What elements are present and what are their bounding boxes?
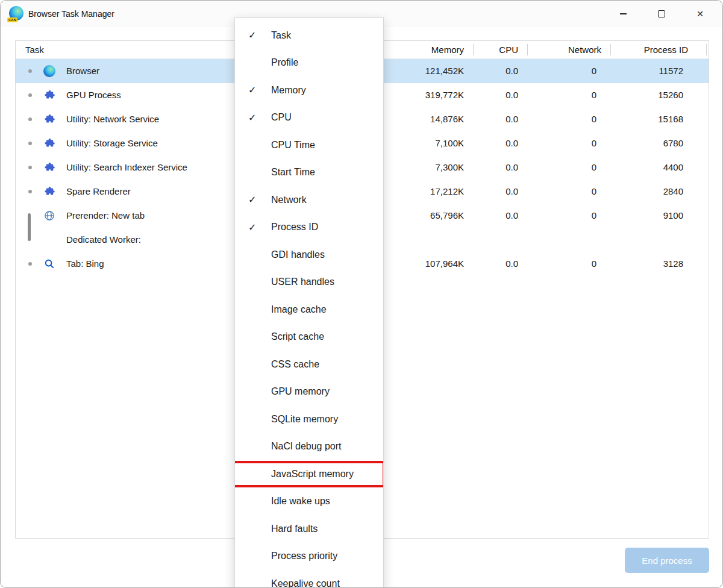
memory-value: 319,772K: [377, 83, 464, 107]
cpu-value: 0.0: [480, 59, 518, 83]
memory-value: 7,300K: [377, 155, 464, 180]
task-name: Utility: Storage Service: [66, 131, 158, 155]
process-id-value: 2840: [606, 180, 683, 204]
network-value: 0: [540, 107, 596, 131]
task-name: Dedicated Worker:: [66, 228, 141, 252]
menu-item-hard-faults[interactable]: Hard faults: [235, 515, 383, 543]
menu-item-task[interactable]: ✓Task: [235, 22, 383, 49]
menu-item-label: Image cache: [271, 304, 327, 315]
process-status-dot: [28, 166, 32, 169]
menu-item-idle-wake-ups[interactable]: Idle wake ups: [235, 488, 383, 516]
cpu-value: 0.0: [480, 155, 518, 180]
maximize-icon: [658, 10, 665, 17]
menu-item-label: Keepalive count: [271, 578, 340, 588]
process-id-value: 11572: [606, 59, 683, 83]
network-value: 0: [540, 204, 596, 228]
network-value: 0: [540, 59, 596, 83]
close-icon: ✕: [696, 10, 704, 18]
cpu-value: 0.0: [480, 107, 518, 131]
column-header-network[interactable]: Network: [541, 41, 601, 58]
puzzle-icon: [43, 137, 55, 149]
column-divider: [527, 44, 528, 55]
menu-item-start-time[interactable]: Start Time: [235, 159, 383, 187]
process-status-dot: [28, 142, 32, 145]
menu-item-label: GPU memory: [271, 386, 330, 397]
task-name: GPU Process: [66, 83, 121, 107]
menu-item-label: Profile: [271, 57, 298, 68]
menu-item-css-cache[interactable]: CSS cache: [235, 351, 383, 378]
column-header-task[interactable]: Task: [25, 41, 44, 58]
canary-badge: CAN: [7, 17, 17, 22]
column-divider: [610, 44, 611, 55]
menu-item-label: USER handles: [271, 277, 334, 287]
globe-icon: [43, 210, 55, 222]
puzzle-icon: [43, 186, 55, 198]
task-name: Prerender: New tab: [66, 204, 145, 228]
process-status-dot: [28, 190, 32, 193]
column-header-memory[interactable]: Memory: [387, 41, 464, 58]
check-icon: ✓: [235, 30, 269, 41]
process-status-dot: [28, 117, 32, 121]
column-divider: [706, 44, 707, 55]
menu-item-label: Script cache: [271, 331, 324, 342]
menu-item-sqlite-memory[interactable]: SQLite memory: [235, 405, 383, 433]
memory-value: 17,212K: [377, 180, 464, 204]
network-value: 0: [540, 155, 596, 180]
cpu-value: 0.0: [480, 180, 518, 204]
menu-item-script-cache[interactable]: Script cache: [235, 324, 383, 351]
memory-value: 14,876K: [377, 107, 464, 131]
menu-item-user-handles[interactable]: USER handles: [235, 269, 383, 296]
menu-item-label: Start Time: [271, 167, 315, 178]
process-id-value: 3128: [606, 252, 683, 276]
column-header-process-id[interactable]: Process ID: [610, 41, 688, 58]
puzzle-icon: [43, 161, 55, 174]
check-icon: ✓: [235, 194, 269, 205]
menu-item-network[interactable]: ✓Network: [235, 186, 383, 214]
menu-item-label: CPU Time: [271, 140, 315, 151]
menu-item-label: Network: [271, 195, 307, 205]
cpu-value: 0.0: [480, 131, 518, 155]
menu-item-label: Process priority: [271, 551, 337, 561]
menu-item-memory[interactable]: ✓Memory: [235, 77, 383, 104]
menu-item-gdi-handles[interactable]: GDI handles: [235, 241, 383, 269]
process-id-value: 4400: [606, 155, 683, 180]
menu-item-nacl-debug-port[interactable]: NaCl debug port: [235, 433, 383, 461]
menu-item-label: Task: [271, 30, 291, 41]
menu-item-label: Hard faults: [271, 524, 318, 534]
process-id-value: 9100: [606, 204, 683, 228]
menu-item-keepalive-count[interactable]: Keepalive count: [235, 570, 383, 588]
none: [43, 234, 55, 246]
cpu-value: 0.0: [480, 83, 518, 107]
check-icon: ✓: [235, 222, 269, 233]
puzzle-icon: [43, 89, 55, 101]
process-id-value: 15168: [606, 107, 683, 131]
close-button[interactable]: ✕: [686, 1, 714, 27]
menu-item-process-priority[interactable]: Process priority: [235, 543, 383, 571]
menu-item-label: NaCl debug port: [271, 441, 342, 452]
search-icon: [43, 258, 55, 270]
menu-item-process-id[interactable]: ✓Process ID: [235, 214, 383, 242]
process-status-dot: [28, 93, 32, 97]
end-process-button[interactable]: End process: [625, 548, 709, 573]
column-header-cpu[interactable]: CPU: [477, 41, 518, 58]
menu-item-label: GDI handles: [271, 249, 325, 260]
edge-icon: [43, 65, 55, 77]
menu-item-label: Idle wake ups: [271, 496, 330, 507]
menu-item-label: JavaScript memory: [271, 469, 354, 480]
group-indicator-bar: [28, 213, 31, 241]
process-id-value: 6780: [606, 131, 683, 155]
edge-canary-icon: CAN: [9, 6, 23, 20]
menu-item-image-cache[interactable]: Image cache: [235, 296, 383, 324]
maximize-button[interactable]: [648, 1, 675, 27]
menu-item-profile[interactable]: Profile: [235, 49, 383, 77]
process-status-dot: [28, 69, 32, 73]
minimize-button[interactable]: [609, 1, 637, 27]
menu-item-javascript-memory[interactable]: JavaScript memory: [235, 460, 383, 488]
menu-item-label: Process ID: [271, 222, 318, 233]
menu-item-gpu-memory[interactable]: GPU memory: [235, 378, 383, 406]
menu-item-cpu[interactable]: ✓CPU: [235, 104, 383, 132]
puzzle-icon: [43, 113, 55, 125]
menu-item-cpu-time[interactable]: CPU Time: [235, 131, 383, 159]
memory-value: 7,100K: [377, 131, 464, 155]
network-value: 0: [540, 131, 596, 155]
